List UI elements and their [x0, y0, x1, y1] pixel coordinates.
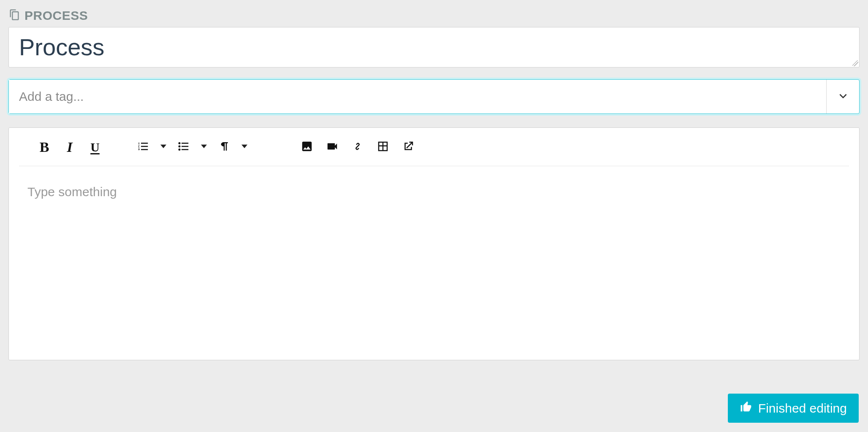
finished-editing-label: Finished editing [758, 401, 847, 416]
caret-down-icon [160, 143, 166, 151]
section-header: PROCESS [8, 8, 860, 23]
editor-placeholder: Type something [27, 185, 841, 199]
italic-icon: I [67, 139, 72, 155]
table-icon [377, 140, 389, 154]
image-icon [301, 140, 313, 154]
link-icon [351, 140, 364, 154]
ordered-list-button[interactable] [130, 138, 156, 157]
underline-button[interactable]: U [82, 138, 108, 157]
title-container [8, 27, 860, 68]
svg-point-1 [179, 145, 181, 147]
pilcrow-icon [218, 140, 231, 154]
title-input[interactable] [19, 34, 849, 60]
unordered-list-dropdown[interactable] [196, 143, 212, 151]
ordered-list-icon [137, 140, 149, 154]
chevron-down-icon [838, 90, 849, 103]
paragraph-format-dropdown[interactable] [237, 143, 252, 151]
insert-image-button[interactable] [294, 138, 320, 157]
open-external-button[interactable] [396, 138, 421, 157]
ordered-list-dropdown[interactable] [156, 143, 171, 151]
bold-icon: B [40, 139, 49, 155]
svg-rect-3 [182, 143, 188, 144]
section-header-label: PROCESS [24, 8, 88, 23]
editor-container: B I U [8, 127, 860, 360]
underline-icon: U [90, 140, 100, 154]
editor-content-area[interactable]: Type something [19, 166, 849, 218]
thumbs-up-icon [740, 400, 752, 416]
caret-down-icon [201, 143, 207, 151]
finished-editing-button[interactable]: Finished editing [728, 394, 859, 423]
copy-icon [8, 9, 20, 22]
insert-link-button[interactable] [345, 138, 370, 157]
svg-point-2 [179, 148, 181, 151]
svg-rect-4 [182, 146, 188, 147]
tag-dropdown-button[interactable] [826, 80, 859, 113]
svg-point-0 [179, 142, 181, 144]
tag-container [8, 79, 860, 114]
svg-rect-5 [182, 149, 188, 150]
insert-table-button[interactable] [370, 138, 396, 157]
external-link-icon [402, 140, 415, 154]
unordered-list-icon [177, 140, 190, 154]
video-icon [326, 140, 339, 154]
bold-button[interactable]: B [32, 138, 57, 157]
tag-input[interactable] [9, 80, 826, 113]
caret-down-icon [241, 143, 247, 151]
paragraph-format-button[interactable] [212, 138, 237, 157]
insert-video-button[interactable] [320, 138, 345, 157]
unordered-list-button[interactable] [171, 138, 196, 157]
italic-button[interactable]: I [57, 138, 82, 157]
editor-toolbar: B I U [19, 134, 849, 166]
